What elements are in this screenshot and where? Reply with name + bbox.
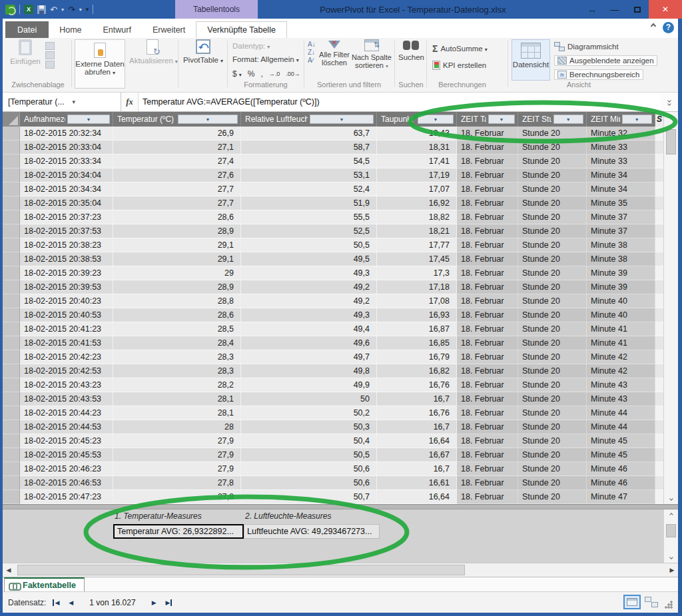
column-header-taupunkt[interactable]: Taupunkt (ºC)▼ [377, 112, 457, 127]
table-cell[interactable]: Minute 39 [587, 266, 655, 280]
table-cell[interactable]: 49,7 [241, 350, 377, 364]
table-cell[interactable]: 18-02-2015 20:41:23 [20, 322, 113, 336]
scrollbar-thumb[interactable] [666, 524, 676, 537]
table-cell[interactable]: Stunde 20 [518, 336, 587, 350]
help-icon[interactable]: ? [663, 22, 674, 33]
table-cell-partial[interactable] [655, 490, 663, 504]
table-cell[interactable]: Minute 46 [587, 462, 655, 476]
table-cell[interactable]: Minute 41 [587, 336, 655, 350]
table-cell[interactable]: Stunde 20 [518, 294, 587, 308]
row-selector[interactable] [3, 462, 20, 476]
table-cell[interactable]: 18. Februar [457, 420, 518, 434]
table-cell[interactable]: Stunde 20 [518, 196, 587, 210]
table-cell[interactable]: 16,7 [377, 420, 457, 434]
table-cell-partial[interactable] [655, 168, 663, 182]
table-cell[interactable]: 19,43 [377, 127, 457, 141]
table-cell[interactable]: 28,3 [113, 364, 241, 378]
column-header-zeit-minute[interactable]: ZEIT Minute▼ [587, 112, 655, 127]
table-cell[interactable]: Stunde 20 [518, 420, 587, 434]
table-cell[interactable]: 16,7 [377, 392, 457, 406]
format-dropdown[interactable]: Format: Allgemein [232, 55, 299, 63]
scrollbar-thumb[interactable] [17, 565, 465, 575]
table-cell[interactable]: 18. Februar [457, 252, 518, 266]
table-cell[interactable]: 17,3 [377, 266, 457, 280]
table-cell[interactable]: 18-02-2015 20:32:34 [20, 127, 113, 141]
pivottable-button[interactable]: PivotTable [182, 39, 224, 65]
table-cell[interactable]: Stunde 20 [518, 238, 587, 252]
row-selector[interactable] [3, 252, 20, 266]
table-cell[interactable]: 18. Februar [457, 280, 518, 294]
sheet-tab-faktentabelle[interactable]: Faktentabelle [4, 577, 85, 592]
table-cell[interactable]: 27,7 [113, 182, 241, 196]
table-cell[interactable]: 49,8 [241, 364, 377, 378]
save-icon[interactable] [37, 5, 46, 14]
table-cell[interactable]: 28,3 [113, 350, 241, 364]
row-selector[interactable] [3, 448, 20, 462]
table-cell[interactable]: 50,2 [241, 406, 377, 420]
table-cell[interactable]: 18. Februar [457, 434, 518, 448]
table-cell[interactable]: 18-02-2015 20:38:23 [20, 238, 113, 252]
table-cell[interactable]: 18-02-2015 20:42:53 [20, 364, 113, 378]
table-cell[interactable]: Stunde 20 [518, 224, 587, 238]
table-cell[interactable]: 50,7 [241, 490, 377, 504]
increase-decimal-icon[interactable]: →.0 [269, 71, 280, 77]
table-cell[interactable]: Stunde 20 [518, 434, 587, 448]
table-cell-partial[interactable] [655, 294, 663, 308]
select-all-cell[interactable] [3, 112, 20, 127]
table-cell[interactable]: Stunde 20 [518, 322, 587, 336]
table-cell-partial[interactable] [655, 364, 663, 378]
table-cell[interactable]: Stunde 20 [518, 462, 587, 476]
table-cell[interactable]: Stunde 20 [518, 280, 587, 294]
table-cell[interactable]: 18. Februar [457, 294, 518, 308]
table-cell[interactable]: 28 [113, 420, 241, 434]
scroll-down-icon[interactable] [664, 552, 679, 563]
table-cell-partial[interactable] [655, 406, 663, 420]
table-cell-partial[interactable] [655, 336, 663, 350]
table-cell[interactable]: 27,7 [113, 196, 241, 210]
table-cell[interactable]: 54,5 [241, 154, 377, 168]
table-cell[interactable]: 50,5 [241, 238, 377, 252]
row-selector[interactable] [3, 294, 20, 308]
row-selector[interactable] [3, 196, 20, 210]
table-cell[interactable]: 18-02-2015 20:46:23 [20, 462, 113, 476]
table-cell[interactable]: 27,8 [113, 490, 241, 504]
table-cell[interactable]: 28,9 [113, 280, 241, 294]
next-record-icon[interactable]: ▶ [152, 599, 157, 606]
row-selector[interactable] [3, 322, 20, 336]
table-cell-partial[interactable] [655, 476, 663, 490]
row-selector[interactable] [3, 392, 20, 406]
scroll-down-icon[interactable] [664, 493, 679, 504]
table-cell[interactable]: Minute 45 [587, 434, 655, 448]
table-cell-partial[interactable] [655, 448, 663, 462]
horizontal-scrollbar[interactable]: ◀ ▶ [3, 563, 678, 577]
table-cell[interactable]: 18-02-2015 20:39:23 [20, 266, 113, 280]
scroll-right-icon[interactable]: ▶ [666, 563, 678, 577]
column-header-aufnahmezeit[interactable]: Aufnahmezeit▼ [20, 112, 113, 127]
table-cell-partial[interactable] [655, 252, 663, 266]
row-selector[interactable] [3, 210, 20, 224]
table-cell[interactable]: 18. Februar [457, 308, 518, 322]
table-cell[interactable]: 50,6 [241, 476, 377, 490]
measures-vertical-scrollbar[interactable] [663, 509, 678, 563]
table-cell[interactable]: 16,76 [377, 406, 457, 420]
table-cell[interactable]: 17,08 [377, 294, 457, 308]
table-cell[interactable]: 29,1 [113, 252, 241, 266]
row-selector[interactable] [3, 266, 20, 280]
table-cell-partial[interactable] [655, 308, 663, 322]
column-header-zeit-tag[interactable]: ZEIT Tag▼ [457, 112, 518, 127]
clear-filters-button[interactable]: Alle Filter löschen [318, 39, 350, 67]
table-cell[interactable]: Stunde 20 [518, 182, 587, 196]
filter-icon[interactable]: ▼ [178, 115, 238, 124]
row-selector[interactable] [3, 182, 20, 196]
table-cell-partial[interactable] [655, 238, 663, 252]
row-selector[interactable] [3, 350, 20, 364]
table-cell[interactable]: Stunde 20 [518, 252, 587, 266]
table-cell[interactable]: Stunde 20 [518, 308, 587, 322]
percent-button[interactable]: % [248, 69, 255, 79]
filter-icon[interactable]: ▼ [622, 115, 653, 124]
table-cell[interactable]: 18. Februar [457, 322, 518, 336]
row-selector[interactable] [3, 434, 20, 448]
datatype-dropdown[interactable]: Datentyp: [232, 42, 270, 50]
table-cell[interactable]: Stunde 20 [518, 406, 587, 420]
table-cell[interactable]: 63,7 [241, 127, 377, 141]
